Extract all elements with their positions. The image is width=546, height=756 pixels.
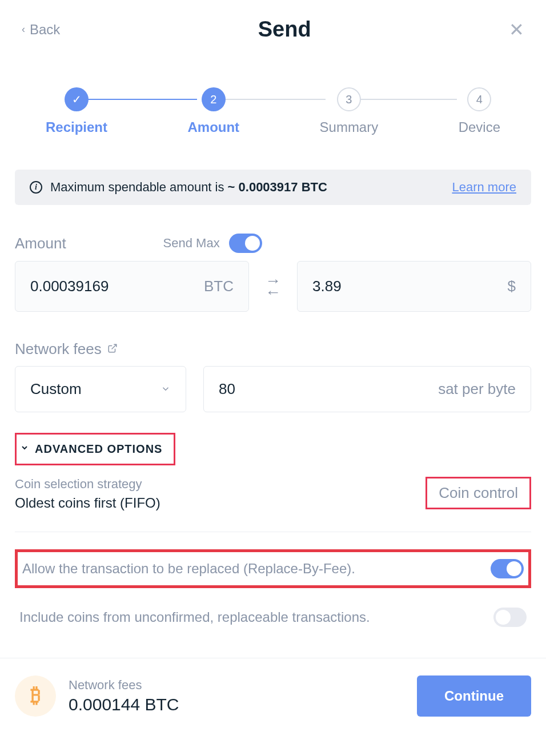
network-fees-label: Network fees: [15, 340, 102, 358]
toggle-knob: [496, 610, 511, 625]
step-number: 2: [202, 87, 226, 111]
fee-value-input[interactable]: 80 sat per byte: [203, 366, 531, 412]
step-label: Recipient: [46, 119, 107, 135]
close-button[interactable]: ✕: [509, 21, 524, 39]
advanced-options-toggle[interactable]: ADVANCED OPTIONS: [15, 433, 175, 465]
fee-preset-dropdown[interactable]: Custom: [15, 366, 186, 412]
step-label: Amount: [187, 119, 239, 135]
step-amount[interactable]: 2 Amount: [187, 87, 239, 135]
dropdown-value: Custom: [30, 380, 82, 398]
info-icon: i: [30, 181, 42, 194]
unconfirmed-toggle[interactable]: [493, 608, 527, 627]
step-number: 3: [337, 87, 361, 111]
step-label: Device: [459, 119, 500, 135]
bitcoin-icon: ₿: [15, 675, 56, 717]
fee-value: 80: [219, 380, 235, 398]
crypto-amount-input[interactable]: 0.00039169 BTC: [15, 261, 249, 312]
coin-strategy-value: Oldest coins first (FIFO): [15, 495, 160, 511]
back-label: Back: [30, 22, 60, 38]
back-button[interactable]: ‹ Back: [22, 22, 60, 38]
swap-icon[interactable]: →←: [265, 275, 281, 297]
step-device[interactable]: 4 Device: [459, 87, 500, 135]
rbf-toggle[interactable]: [491, 559, 524, 578]
crypto-amount-value: 0.00039169: [30, 278, 109, 295]
chevron-down-icon: [20, 443, 29, 455]
unconfirmed-label: Include coins from unconfirmed, replacea…: [19, 609, 370, 625]
sendmax-label: Send Max: [163, 236, 220, 251]
step-summary[interactable]: 3 Summary: [320, 87, 379, 135]
info-amount: ~ 0.0003917 BTC: [228, 180, 327, 194]
coin-control-button[interactable]: Coin control: [425, 477, 531, 509]
fiat-amount-input[interactable]: 3.89 $: [297, 261, 531, 312]
coin-strategy-label: Coin selection strategy: [15, 477, 160, 492]
crypto-unit: BTC: [204, 278, 234, 295]
fee-unit: sat per byte: [438, 380, 516, 398]
divider: [15, 532, 531, 532]
page-title: Send: [258, 17, 311, 42]
external-link-icon[interactable]: [107, 343, 118, 356]
step-number: 4: [467, 87, 491, 111]
chevron-down-icon: [160, 380, 171, 398]
fiat-amount-value: 3.89: [312, 278, 342, 295]
svg-text:₿: ₿: [30, 685, 41, 706]
rbf-highlight: Allow the transaction to be replaced (Re…: [15, 549, 531, 588]
check-icon: ✓: [65, 87, 89, 111]
amount-label: Amount: [15, 235, 66, 252]
close-icon: ✕: [509, 19, 524, 40]
step-label: Summary: [320, 119, 379, 135]
sendmax-toggle[interactable]: [229, 234, 262, 253]
footer-fees-label: Network fees: [69, 678, 179, 693]
chevron-left-icon: ‹: [22, 23, 25, 35]
info-banner: i Maximum spendable amount is ~ 0.000391…: [15, 170, 531, 205]
toggle-knob: [245, 236, 260, 251]
footer-fees-value: 0.000144 BTC: [69, 695, 179, 714]
toggle-knob: [507, 561, 521, 576]
info-prefix: Maximum spendable amount is: [50, 180, 228, 194]
stepper: ✓ Recipient 2 Amount 3 Summary 4 Device: [0, 42, 546, 170]
advanced-options-label: ADVANCED OPTIONS: [35, 443, 162, 456]
continue-button[interactable]: Continue: [417, 675, 531, 717]
learn-more-link[interactable]: Learn more: [452, 180, 516, 195]
rbf-label: Allow the transaction to be replaced (Re…: [22, 561, 355, 577]
fiat-unit: $: [508, 278, 516, 295]
step-recipient[interactable]: ✓ Recipient: [46, 87, 107, 135]
svg-line-0: [111, 344, 116, 349]
info-text: Maximum spendable amount is ~ 0.0003917 …: [50, 180, 327, 195]
